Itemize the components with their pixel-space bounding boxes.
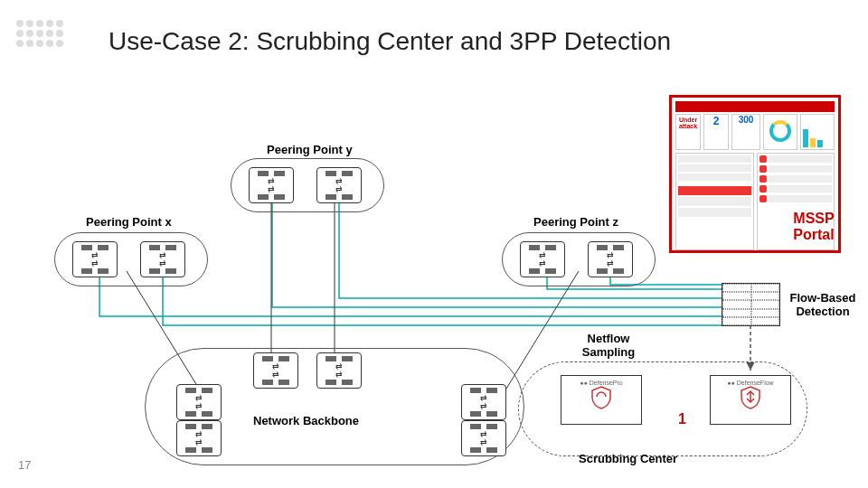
label-netflow: Netflow Sampling xyxy=(577,332,640,359)
portal-header: Under attack xyxy=(678,117,698,129)
label-one: 1 xyxy=(678,411,686,427)
label-mssp-portal: MSSP Portal xyxy=(782,211,845,243)
router-icon: ⇄⇄ xyxy=(176,384,222,420)
defenseflow-label: DefenseFlow xyxy=(737,380,774,386)
page-number: 17 xyxy=(18,458,31,472)
router-icon: ⇄⇄ xyxy=(316,167,362,203)
label-pp-x: Peering Point x xyxy=(86,215,172,229)
router-icon: ⇄⇄ xyxy=(588,241,633,277)
label-backbone: Network Backbone xyxy=(253,414,359,427)
defensepro-label: DefensePro xyxy=(590,380,623,386)
portal-stat: 300 xyxy=(731,114,760,150)
router-icon: ⇄⇄ xyxy=(520,241,565,277)
corner-dots xyxy=(16,20,63,47)
router-icon: ⇄⇄ xyxy=(461,384,506,420)
router-icon: ⇄⇄ xyxy=(461,420,506,456)
portal-stat: 2 xyxy=(703,114,729,150)
page-title: Use-Case 2: Scrubbing Center and 3PP Det… xyxy=(108,27,671,56)
router-icon: ⇄⇄ xyxy=(176,420,222,456)
router-icon: ⇄⇄ xyxy=(249,167,294,203)
router-icon: ⇄⇄ xyxy=(253,352,298,389)
router-icon: ⇄⇄ xyxy=(140,241,185,277)
label-pp-y: Peering Point y xyxy=(267,143,353,156)
shield-icon xyxy=(740,386,761,409)
router-icon: ⇄⇄ xyxy=(316,352,362,389)
defenseflow-box: ●●DefenseFlow xyxy=(710,375,791,425)
shield-icon xyxy=(590,386,612,409)
label-pp-z: Peering Point z xyxy=(533,215,618,229)
router-icon: ⇄⇄ xyxy=(72,241,118,277)
flow-detection-device-icon xyxy=(722,283,780,326)
label-scrubbing: Scrubbing Center xyxy=(579,452,677,465)
label-flow-detection: Flow-Based Detection xyxy=(787,291,859,318)
defensepro-box: ●●DefensePro xyxy=(561,375,642,425)
